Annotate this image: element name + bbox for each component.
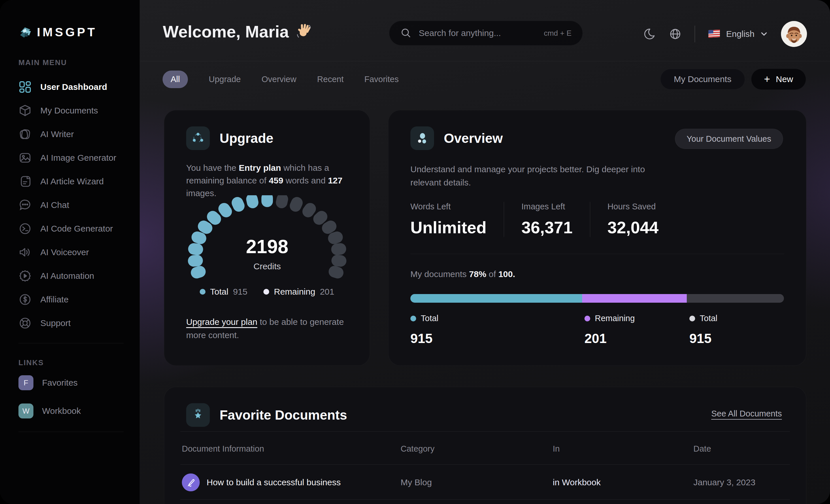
globe-icon[interactable] [669, 27, 682, 41]
credits-label: Credits [187, 262, 348, 271]
terminal-icon [19, 222, 32, 235]
legend-remaining: Remaining 201 [263, 287, 334, 297]
progress-legend-remaining: Remaining 201 [584, 314, 635, 346]
sidebar-link-workbook[interactable]: W Workbook [19, 398, 139, 424]
legend-total: Total 915 [200, 287, 247, 297]
sidebar-item-label: AI Code Generator [40, 224, 113, 234]
language-selector[interactable]: English [708, 29, 768, 39]
sidebar-item-label: AI Writer [40, 129, 74, 139]
sidebar-link-favorites[interactable]: F Favorites [19, 370, 139, 396]
sidebar-item-label: Support [40, 318, 71, 328]
your-document-values-button[interactable]: Your Document Values [675, 129, 783, 149]
documents-progress-bar [410, 294, 784, 303]
avatar-face [781, 21, 807, 47]
document-in: in Workbook [553, 473, 601, 491]
plan-summary-text: You have the Entry plan which has a rema… [186, 162, 353, 200]
sidebar-divider [19, 343, 124, 343]
welcome-text: Welcome, Maria [163, 22, 289, 41]
sidebar-item-label: My Documents [40, 106, 98, 115]
sidebar-item-ai-article-wizard[interactable]: AI Article Wizard [19, 170, 139, 193]
tab-upgrade[interactable]: Upgrade [209, 75, 241, 84]
article-icon [19, 175, 32, 188]
upgrade-tile [186, 127, 210, 150]
col-document-information: Document Information [182, 444, 264, 453]
sidebar-item-ai-image-generator[interactable]: AI Image Generator [19, 146, 139, 170]
my-documents-button[interactable]: My Documents [660, 69, 745, 90]
see-all-documents-link[interactable]: See All Documents [711, 409, 782, 418]
sidebar-item-ai-automation[interactable]: AI Automation [19, 264, 139, 288]
favorite-documents-card: Favorite Documents See All Documents Doc… [164, 387, 806, 504]
upgrade-card-title: Upgrade [220, 131, 274, 146]
sidebar-item-label: User Dashboard [40, 82, 107, 92]
share-nodes-icon [191, 131, 205, 145]
overview-card: Overview Your Document Values Understand… [388, 110, 806, 366]
sidebar-item-support[interactable]: Support [19, 311, 139, 335]
image-icon [19, 151, 32, 164]
gear-play-icon [19, 269, 32, 282]
stats-row: Words Left Unlimited Images Left 36,371 … [410, 202, 676, 237]
dashboard-grid-icon [19, 80, 32, 94]
overview-description: Understand and manage your projects bett… [410, 163, 664, 189]
legend-dot [584, 316, 590, 322]
sidebar-item-label: AI Voiceover [40, 247, 89, 257]
stat-words-left: Words Left Unlimited [410, 202, 504, 237]
document-date: January 3, 2023 [693, 473, 755, 491]
col-in: In [553, 444, 560, 453]
table-divider [181, 499, 790, 500]
main-menu: User Dashboard My Documents AI Writer [19, 75, 139, 335]
progress-legend-total: Total 915 [410, 314, 438, 346]
magic-star-icon [191, 408, 205, 422]
sidebar-item-ai-code-generator[interactable]: AI Code Generator [19, 217, 139, 240]
search-shortcut: cmd + E [544, 29, 572, 38]
legend-dot [200, 289, 205, 295]
table-divider [181, 431, 790, 432]
stat-hours-saved: Hours Saved 32,044 [590, 202, 676, 237]
sidebar-link-label: Workbook [42, 406, 81, 416]
stat-images-left: Images Left 36,371 [504, 202, 589, 237]
top-actions: My Documents + New [660, 69, 806, 90]
dark-mode-moon-icon[interactable] [643, 27, 656, 41]
sidebar: IMSGPT MAIN MENU User Dashboard My Docum… [0, 0, 140, 504]
user-avatar[interactable] [781, 21, 807, 47]
upgrade-footer-text: Upgrade your plan to be able to generate… [186, 315, 359, 342]
waving-hand-icon [295, 23, 312, 40]
sidebar-item-user-dashboard[interactable]: User Dashboard [19, 75, 139, 99]
table-row[interactable]: How to build a successful business My Bl… [164, 473, 806, 499]
workbook-badge: W [19, 403, 33, 418]
header-bottom-divider [140, 61, 830, 61]
new-button[interactable]: + New [751, 69, 806, 90]
sidebar-item-affiliate[interactable]: Affiliate [19, 288, 139, 311]
favorites-badge: F [19, 375, 33, 390]
table-divider [181, 464, 790, 465]
plus-icon: + [764, 74, 770, 85]
sidebar-item-ai-writer[interactable]: AI Writer [19, 123, 139, 146]
legend-dot [263, 289, 269, 295]
links-label: LINKS [19, 358, 139, 367]
sidebar-item-my-documents[interactable]: My Documents [19, 99, 139, 123]
progress-legend-total2: Total 915 [689, 314, 717, 346]
document-title: How to build a successful business [206, 477, 341, 487]
legend-dot [410, 316, 416, 322]
lifebuoy-icon [19, 316, 32, 330]
chevron-down-icon [760, 30, 768, 38]
search-input[interactable] [419, 28, 537, 38]
col-date: Date [693, 444, 711, 453]
search-icon [400, 27, 412, 39]
sidebar-item-label: AI Automation [40, 271, 94, 281]
favorites-tile [186, 403, 210, 427]
tab-overview[interactable]: Overview [261, 75, 296, 84]
upgrade-plan-link[interactable]: Upgrade your plan [186, 317, 257, 327]
dollar-circle-icon [19, 293, 32, 306]
tab-favorites[interactable]: Favorites [364, 75, 398, 84]
chat-bubble-icon [19, 198, 32, 212]
tab-recent[interactable]: Recent [317, 75, 344, 84]
logo-crystal-icon [19, 26, 32, 39]
sidebar-item-ai-voiceover[interactable]: AI Voiceover [19, 240, 139, 264]
sidebar-item-ai-chat[interactable]: AI Chat [19, 193, 139, 217]
gauge-legend: Total 915 Remaining 201 [164, 287, 370, 297]
logo-text: IMSGPT [37, 25, 97, 39]
new-button-label: New [776, 74, 793, 84]
page-title: Welcome, Maria [163, 22, 312, 41]
tab-all[interactable]: All [163, 71, 188, 88]
app-window: IMSGPT MAIN MENU User Dashboard My Docum… [0, 0, 830, 504]
